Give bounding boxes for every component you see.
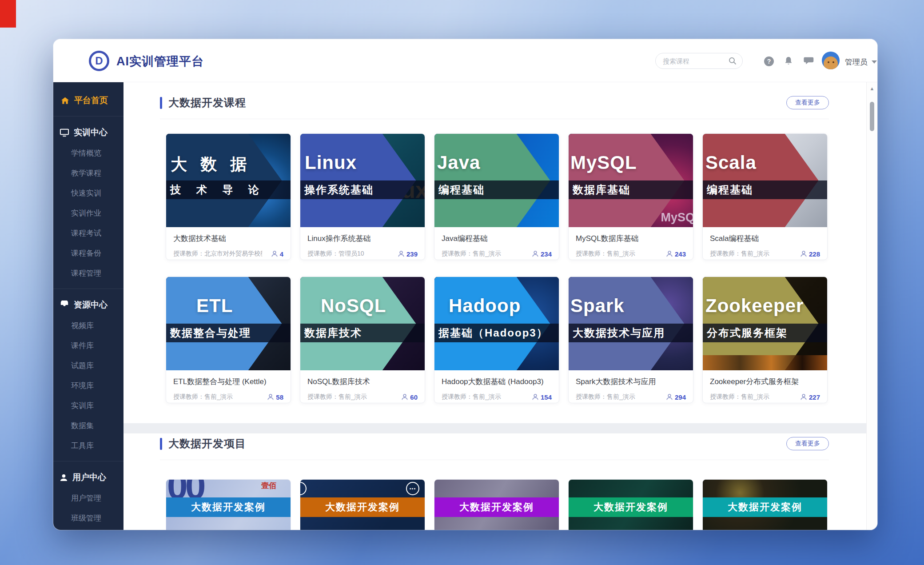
course-caption: Linux操作系统基础 授课教师：管理员10 239: [300, 227, 425, 258]
course-title: ETL数据整合与处理 (Kettle): [173, 377, 283, 387]
sidebar-subitem[interactable]: 数据集: [53, 416, 123, 436]
sidebar-subitem[interactable]: 实训作业: [53, 203, 123, 223]
project-banner: 大数据开发案例: [703, 497, 827, 517]
scrollbar[interactable]: ▲: [866, 82, 877, 530]
chevron-down-icon[interactable]: [872, 60, 877, 64]
course-title: Java编程基础: [442, 233, 552, 244]
sidebar-subitem[interactable]: 课程备份: [53, 243, 123, 263]
divider: [160, 119, 829, 119]
course-cover-image: MySQ MySQL 数据库基础: [569, 134, 693, 227]
sidebar-group-1[interactable]: 资源中心: [53, 294, 123, 316]
sidebar-subitem[interactable]: 试题库: [53, 356, 123, 376]
sidebar-subitem[interactable]: 课程考试: [53, 223, 123, 243]
course-teacher: 授课教师：北京市对外贸易学校教...: [173, 250, 262, 258]
cover-subtitle-band: 数据整合与处理: [166, 324, 291, 342]
student-count: 243: [666, 250, 686, 258]
cover-big-title: NoSQL: [321, 297, 386, 315]
scrollbar-thumb[interactable]: [870, 102, 874, 131]
section-accent-bar: [160, 438, 162, 450]
person-icon: [401, 393, 408, 401]
project-more-button[interactable]: 查看更多: [786, 437, 829, 450]
course-cover-image: 大 数 据 技 术 导 论: [166, 134, 291, 227]
sidebar-subitem[interactable]: 课程管理: [53, 263, 123, 283]
cover-subtitle-band: 据基础（Hadoop3）: [434, 324, 559, 342]
person-icon: [532, 250, 539, 257]
sidebar-subitem[interactable]: 课件库: [53, 336, 123, 356]
desktop-red-corner: [0, 0, 16, 28]
project-card[interactable]: 大数据开发案例: [568, 479, 693, 530]
cover-big-title: Linux: [305, 153, 357, 172]
avatar-eye: [832, 61, 834, 63]
sidebar-subitem[interactable]: 用户管理: [53, 488, 123, 508]
sidebar-item-label: 平台首页: [74, 95, 108, 106]
help-icon[interactable]: ?: [763, 56, 775, 67]
bell-icon[interactable]: [783, 56, 794, 67]
cover-subtitle-band: 技 术 导 论: [166, 180, 291, 199]
sidebar-subitem[interactable]: 教学课程: [53, 163, 123, 183]
course-cover-image: NoSQL 数据库技术: [300, 277, 425, 370]
user-name[interactable]: 管理员: [845, 57, 868, 67]
sidebar-subitem[interactable]: 实训库: [53, 396, 123, 416]
message-icon[interactable]: [803, 56, 815, 67]
course-section-header: 大数据开发课程 查看更多: [160, 95, 829, 111]
project-card[interactable]: 00 壹佰 大数据开发案例: [166, 479, 291, 530]
course-teacher: 授课教师：售前_演示: [576, 393, 635, 401]
avatar-eye: [828, 61, 829, 63]
course-card[interactable]: Scala 编程基础 Scala编程基础 授课教师：售前_演示 228: [702, 133, 828, 260]
course-card[interactable]: Linux Linux 操作系统基础 Linux操作系统基础 授课教师：管理员1…: [300, 133, 425, 260]
student-count: 4: [271, 250, 283, 258]
cover-subtitle: 数据整合与处理: [170, 326, 251, 340]
sidebar-subitem[interactable]: 工具库: [53, 436, 123, 456]
app-header: D AI实训管理平台 ?: [53, 39, 877, 82]
sidebar-subitem[interactable]: 视频库: [53, 316, 123, 336]
sidebar-subitem[interactable]: 班级管理: [53, 508, 123, 528]
sidebar-subitem[interactable]: 学情概览: [53, 143, 123, 163]
course-card[interactable]: MySQ MySQL 数据库基础 MySQL数据库基础 授课教师：售前_演示 2…: [568, 133, 693, 260]
course-caption: 大数据技术基础 授课教师：北京市对外贸易学校教... 4: [166, 227, 291, 258]
sidebar-group-0[interactable]: 实训中心: [53, 122, 123, 143]
course-card[interactable]: Spark 大数据技术与应用 Spark大数据技术与应用 授课教师：售前_演示 …: [568, 276, 693, 403]
cover-subtitle-band: 大数据技术与应用: [569, 324, 693, 342]
course-caption: MySQL数据库基础 授课教师：售前_演示 243: [569, 227, 693, 258]
search-input[interactable]: [663, 57, 728, 65]
divider: [160, 460, 829, 460]
project-card[interactable]: 大数据开发案例: [434, 479, 559, 530]
course-card[interactable]: 大 数 据 技 术 导 论 大数据技术基础 授课教师：北京市对外贸易学校教...…: [166, 133, 291, 260]
sidebar-group-label: 资源中心: [74, 299, 108, 311]
user-avatar[interactable]: [822, 52, 840, 69]
project-card[interactable]: ••• 大数据开发案例: [300, 479, 425, 530]
search-box[interactable]: [655, 53, 743, 69]
course-caption: ETL数据整合与处理 (Kettle) 授课教师：售前_演示 58: [166, 370, 291, 401]
sidebar-subitem[interactable]: 快速实训: [53, 183, 123, 203]
cover-big-title: MySQL: [570, 153, 637, 172]
course-card[interactable]: Java 编程基础 Java编程基础 授课教师：售前_演示 234: [434, 133, 559, 260]
course-title: MySQL数据库基础: [576, 233, 686, 244]
scrollbar-up-icon[interactable]: ▲: [867, 86, 877, 91]
student-count-number: 228: [809, 250, 820, 258]
course-title: Linux操作系统基础: [307, 233, 418, 244]
cover-big-title: ETL: [196, 297, 233, 315]
student-count-number: 60: [410, 393, 418, 401]
course-caption: NoSQL数据库技术 授课教师：售前_演示 60: [300, 370, 425, 401]
project-card[interactable]: 大数据开发案例: [702, 479, 828, 530]
course-grid: 大 数 据 技 术 导 论 大数据技术基础 授课教师：北京市对外贸易学校教...…: [166, 133, 828, 403]
cover-big-title: Zookeeper: [705, 297, 804, 315]
course-caption: Hadoop大数据基础 (Hadoop3) 授课教师：售前_演示 154: [434, 370, 559, 401]
person-icon: [398, 250, 405, 257]
sidebar-subitem[interactable]: 环境库: [53, 376, 123, 396]
course-more-button[interactable]: 查看更多: [786, 96, 829, 109]
sidebar-item-home[interactable]: 平台首页: [53, 90, 123, 111]
user-icon: [60, 473, 68, 482]
course-title: 大数据技术基础: [173, 233, 283, 244]
course-card[interactable]: Zookeeper 分布式服务框架 Zookeeper分布式服务框架 授课教师：…: [702, 276, 828, 403]
course-title: Hadoop大数据基础 (Hadoop3): [442, 377, 552, 387]
project-banner-label: 大数据开发案例: [593, 501, 668, 514]
course-card[interactable]: ETL 数据整合与处理 ETL数据整合与处理 (Kettle) 授课教师：售前_…: [166, 276, 291, 403]
course-caption: Spark大数据技术与应用 授课教师：售前_演示 294: [569, 370, 693, 401]
course-card[interactable]: Hadoop 据基础（Hadoop3） Hadoop大数据基础 (Hadoop3…: [434, 276, 559, 403]
course-card[interactable]: NoSQL 数据库技术 NoSQL数据库技术 授课教师：售前_演示 60: [300, 276, 425, 403]
sidebar-group-2[interactable]: 用户中心: [53, 467, 123, 488]
cover-subtitle: 据基础（Hadoop3）: [438, 326, 548, 340]
cover-subtitle: 操作系统基础: [304, 183, 374, 197]
search-icon[interactable]: [728, 56, 737, 65]
